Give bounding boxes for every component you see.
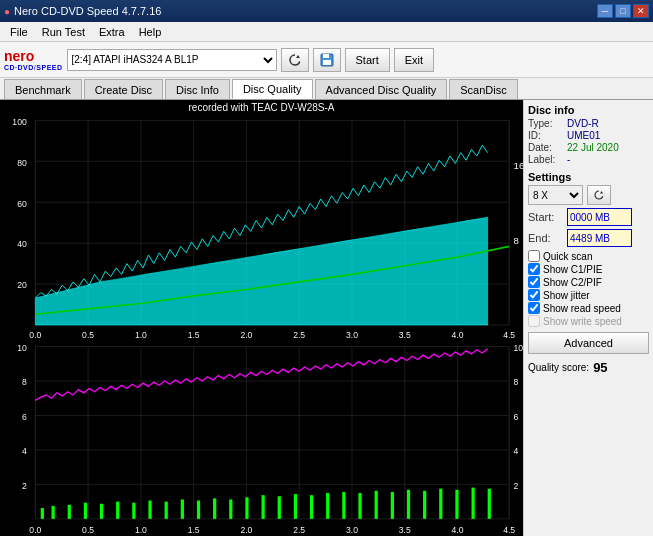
logo-sub: CD·DVD/SPEED	[4, 64, 63, 71]
svg-text:0.0: 0.0	[29, 525, 41, 535]
end-row: End:	[528, 229, 649, 247]
menu-file[interactable]: File	[4, 24, 34, 40]
svg-text:4.0: 4.0	[452, 525, 464, 535]
tab-disc-info[interactable]: Disc Info	[165, 79, 230, 99]
end-input[interactable]	[567, 229, 632, 247]
svg-text:16: 16	[514, 160, 523, 171]
show-write-speed-label: Show write speed	[543, 316, 622, 327]
toolbar: nero CD·DVD/SPEED [2:4] ATAPI iHAS324 A …	[0, 42, 653, 78]
chart-header: recorded with TEAC DV-W28S-A	[0, 100, 523, 115]
tab-benchmark[interactable]: Benchmark	[4, 79, 82, 99]
svg-text:1.5: 1.5	[188, 525, 200, 535]
exit-button[interactable]: Exit	[394, 48, 434, 72]
svg-marker-0	[296, 55, 300, 58]
svg-rect-81	[455, 490, 458, 519]
speed-select[interactable]: 8 X	[528, 185, 583, 205]
disc-id-row: ID: UME01	[528, 130, 649, 141]
svg-rect-68	[245, 497, 248, 519]
close-button[interactable]: ✕	[633, 4, 649, 18]
app-title: Nero CD-DVD Speed 4.7.7.16	[14, 5, 161, 17]
tab-scan-disc[interactable]: ScanDisc	[449, 79, 517, 99]
svg-text:60: 60	[17, 199, 27, 209]
svg-rect-67	[229, 499, 232, 518]
tab-advanced-disc-quality[interactable]: Advanced Disc Quality	[315, 79, 448, 99]
advanced-button[interactable]: Advanced	[528, 332, 649, 354]
svg-text:6: 6	[514, 412, 519, 422]
tabs: Benchmark Create Disc Disc Info Disc Qua…	[0, 78, 653, 100]
show-c2pif-checkbox[interactable]	[528, 276, 540, 288]
quick-scan-checkbox[interactable]	[528, 250, 540, 262]
svg-text:20: 20	[17, 280, 27, 290]
menu-run-test[interactable]: Run Test	[36, 24, 91, 40]
refresh-button[interactable]	[281, 48, 309, 72]
quality-score-row: Quality score: 95	[528, 360, 649, 375]
svg-text:2: 2	[514, 481, 519, 491]
menu-extra[interactable]: Extra	[93, 24, 131, 40]
show-read-speed-row: Show read speed	[528, 302, 649, 314]
svg-rect-56	[52, 506, 55, 519]
date-value: 22 Jul 2020	[567, 142, 619, 153]
drive-select[interactable]: [2:4] ATAPI iHAS324 A BL1P	[67, 49, 277, 71]
svg-rect-82	[472, 488, 475, 519]
svg-text:2: 2	[22, 481, 27, 491]
start-input[interactable]	[567, 208, 632, 226]
svg-text:100: 100	[12, 117, 27, 127]
id-label: ID:	[528, 130, 563, 141]
start-row: Start:	[528, 208, 649, 226]
svg-text:3.0: 3.0	[346, 330, 358, 340]
svg-rect-76	[375, 491, 378, 519]
type-label: Type:	[528, 118, 563, 129]
show-c2pif-label: Show C2/PIF	[543, 277, 602, 288]
svg-rect-62	[148, 501, 151, 519]
svg-text:10: 10	[17, 343, 27, 353]
svg-text:4.5: 4.5	[503, 330, 515, 340]
svg-rect-2	[323, 54, 329, 58]
disc-label-row: Label: -	[528, 154, 649, 165]
maximize-button[interactable]: □	[615, 4, 631, 18]
quality-score-value: 95	[593, 360, 607, 375]
svg-rect-60	[116, 502, 119, 519]
svg-text:3.5: 3.5	[399, 525, 411, 535]
disc-date-row: Date: 22 Jul 2020	[528, 142, 649, 153]
svg-text:8: 8	[514, 377, 519, 387]
svg-rect-80	[439, 489, 442, 519]
tab-disc-quality[interactable]: Disc Quality	[232, 79, 313, 99]
save-button[interactable]	[313, 48, 341, 72]
title-bar-left: ● Nero CD-DVD Speed 4.7.7.16	[4, 5, 161, 17]
svg-text:40: 40	[17, 239, 27, 249]
svg-rect-38	[35, 347, 509, 519]
svg-rect-71	[294, 494, 297, 519]
svg-text:2.5: 2.5	[293, 330, 305, 340]
svg-text:1.0: 1.0	[135, 525, 147, 535]
svg-rect-74	[342, 492, 345, 519]
svg-text:4: 4	[514, 446, 519, 456]
show-c1pie-row: Show C1/PIE	[528, 263, 649, 275]
menu-help[interactable]: Help	[133, 24, 168, 40]
svg-text:8: 8	[514, 235, 519, 246]
settings-refresh-btn[interactable]	[587, 185, 611, 205]
title-bar-controls: ─ □ ✕	[597, 4, 649, 18]
start-button[interactable]: Start	[345, 48, 390, 72]
svg-text:3.5: 3.5	[399, 330, 411, 340]
show-jitter-checkbox[interactable]	[528, 289, 540, 301]
right-panel: Disc info Type: DVD-R ID: UME01 Date: 22…	[523, 100, 653, 536]
svg-text:4.0: 4.0	[452, 330, 464, 340]
svg-rect-75	[358, 493, 361, 519]
disc-info-title: Disc info	[528, 104, 649, 116]
svg-rect-77	[391, 492, 394, 519]
end-label: End:	[528, 232, 563, 244]
show-read-speed-label: Show read speed	[543, 303, 621, 314]
show-c1pie-checkbox[interactable]	[528, 263, 540, 275]
show-jitter-row: Show jitter	[528, 289, 649, 301]
minimize-button[interactable]: ─	[597, 4, 613, 18]
svg-rect-65	[197, 501, 200, 519]
speed-row: 8 X	[528, 185, 649, 205]
label-value: -	[567, 154, 570, 165]
svg-rect-61	[132, 503, 135, 519]
type-value: DVD-R	[567, 118, 599, 129]
svg-rect-63	[165, 502, 168, 519]
tab-create-disc[interactable]: Create Disc	[84, 79, 163, 99]
chart-svg: 16 8 100 80 60 40 20 0.0 0.5 1.0 1.5 2.0…	[0, 115, 523, 535]
show-read-speed-checkbox[interactable]	[528, 302, 540, 314]
settings-title: Settings	[528, 171, 649, 183]
